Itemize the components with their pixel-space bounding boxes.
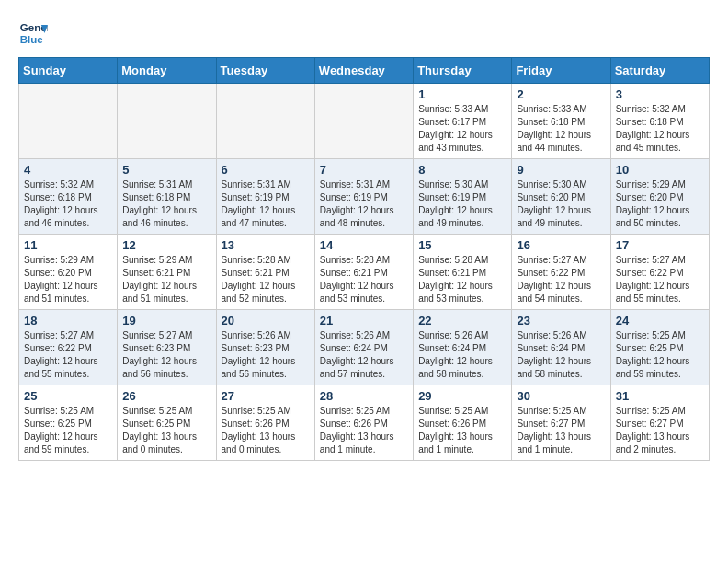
calendar-cell: 18Sunrise: 5:27 AM Sunset: 6:22 PM Dayli… <box>19 310 118 385</box>
day-number: 14 <box>320 238 408 252</box>
day-detail: Sunrise: 5:26 AM Sunset: 6:23 PM Dayligh… <box>222 329 310 381</box>
calendar-cell: 17Sunrise: 5:27 AM Sunset: 6:22 PM Dayli… <box>610 235 709 310</box>
day-detail: Sunrise: 5:26 AM Sunset: 6:24 PM Dayligh… <box>418 329 506 381</box>
calendar-cell: 24Sunrise: 5:25 AM Sunset: 6:25 PM Dayli… <box>610 310 709 385</box>
day-detail: Sunrise: 5:25 AM Sunset: 6:27 PM Dayligh… <box>616 405 704 456</box>
day-detail: Sunrise: 5:27 AM Sunset: 6:22 PM Dayligh… <box>24 329 112 381</box>
week-row-5: 25Sunrise: 5:25 AM Sunset: 6:25 PM Dayli… <box>19 385 710 461</box>
day-number: 24 <box>616 314 704 327</box>
day-detail: Sunrise: 5:27 AM Sunset: 6:22 PM Dayligh… <box>616 254 704 305</box>
calendar-cell: 2Sunrise: 5:33 AM Sunset: 6:18 PM Daylig… <box>512 84 610 159</box>
calendar-cell: 29Sunrise: 5:25 AM Sunset: 6:26 PM Dayli… <box>414 385 512 461</box>
day-number: 22 <box>418 314 506 327</box>
calendar-cell: 16Sunrise: 5:27 AM Sunset: 6:22 PM Dayli… <box>512 235 610 310</box>
calendar-cell: 13Sunrise: 5:28 AM Sunset: 6:21 PM Dayli… <box>216 235 314 310</box>
day-detail: Sunrise: 5:31 AM Sunset: 6:18 PM Dayligh… <box>122 178 210 230</box>
day-detail: Sunrise: 5:28 AM Sunset: 6:21 PM Dayligh… <box>418 254 506 305</box>
header-saturday: Saturday <box>610 58 709 84</box>
day-detail: Sunrise: 5:31 AM Sunset: 6:19 PM Dayligh… <box>320 178 408 230</box>
week-row-2: 4Sunrise: 5:32 AM Sunset: 6:18 PM Daylig… <box>19 159 710 235</box>
day-detail: Sunrise: 5:28 AM Sunset: 6:21 PM Dayligh… <box>222 254 310 305</box>
day-detail: Sunrise: 5:29 AM Sunset: 6:20 PM Dayligh… <box>24 254 112 305</box>
week-row-1: 1Sunrise: 5:33 AM Sunset: 6:17 PM Daylig… <box>19 84 710 159</box>
header-monday: Monday <box>118 58 216 84</box>
day-number: 20 <box>222 314 310 327</box>
day-detail: Sunrise: 5:25 AM Sunset: 6:26 PM Dayligh… <box>320 405 408 456</box>
day-detail: Sunrise: 5:30 AM Sunset: 6:19 PM Dayligh… <box>418 178 506 230</box>
day-number: 27 <box>222 389 310 403</box>
calendar-cell: 25Sunrise: 5:25 AM Sunset: 6:25 PM Dayli… <box>19 385 118 461</box>
day-number: 15 <box>418 238 506 252</box>
day-number: 3 <box>616 87 704 101</box>
day-detail: Sunrise: 5:33 AM Sunset: 6:17 PM Dayligh… <box>418 103 506 155</box>
day-number: 13 <box>222 238 310 252</box>
day-detail: Sunrise: 5:25 AM Sunset: 6:26 PM Dayligh… <box>222 405 310 456</box>
calendar-cell: 20Sunrise: 5:26 AM Sunset: 6:23 PM Dayli… <box>216 310 314 385</box>
calendar-cell: 22Sunrise: 5:26 AM Sunset: 6:24 PM Dayli… <box>414 310 512 385</box>
day-number: 30 <box>517 389 605 403</box>
calendar-table: SundayMondayTuesdayWednesdayThursdayFrid… <box>18 57 710 461</box>
calendar-cell: 9Sunrise: 5:30 AM Sunset: 6:20 PM Daylig… <box>512 159 610 235</box>
calendar-cell <box>19 84 118 159</box>
logo: General Blue <box>18 18 48 48</box>
day-number: 7 <box>320 163 408 177</box>
calendar-cell: 15Sunrise: 5:28 AM Sunset: 6:21 PM Dayli… <box>414 235 512 310</box>
calendar-cell: 5Sunrise: 5:31 AM Sunset: 6:18 PM Daylig… <box>118 159 216 235</box>
calendar-cell: 27Sunrise: 5:25 AM Sunset: 6:26 PM Dayli… <box>216 385 314 461</box>
header-friday: Friday <box>512 58 610 84</box>
day-detail: Sunrise: 5:25 AM Sunset: 6:26 PM Dayligh… <box>418 405 506 456</box>
calendar-cell: 8Sunrise: 5:30 AM Sunset: 6:19 PM Daylig… <box>414 159 512 235</box>
calendar-cell: 26Sunrise: 5:25 AM Sunset: 6:25 PM Dayli… <box>118 385 216 461</box>
calendar-cell: 7Sunrise: 5:31 AM Sunset: 6:19 PM Daylig… <box>314 159 413 235</box>
day-number: 5 <box>122 163 210 177</box>
day-detail: Sunrise: 5:27 AM Sunset: 6:23 PM Dayligh… <box>122 329 210 381</box>
day-detail: Sunrise: 5:29 AM Sunset: 6:21 PM Dayligh… <box>122 254 210 305</box>
calendar-cell: 31Sunrise: 5:25 AM Sunset: 6:27 PM Dayli… <box>610 385 709 461</box>
day-detail: Sunrise: 5:25 AM Sunset: 6:27 PM Dayligh… <box>517 405 605 456</box>
day-detail: Sunrise: 5:28 AM Sunset: 6:21 PM Dayligh… <box>320 254 408 305</box>
day-number: 19 <box>122 314 210 327</box>
day-number: 29 <box>418 389 506 403</box>
calendar-cell: 6Sunrise: 5:31 AM Sunset: 6:19 PM Daylig… <box>216 159 314 235</box>
calendar-cell: 1Sunrise: 5:33 AM Sunset: 6:17 PM Daylig… <box>414 84 512 159</box>
day-number: 23 <box>517 314 605 327</box>
week-row-3: 11Sunrise: 5:29 AM Sunset: 6:20 PM Dayli… <box>19 235 710 310</box>
calendar-cell: 11Sunrise: 5:29 AM Sunset: 6:20 PM Dayli… <box>19 235 118 310</box>
calendar-cell: 14Sunrise: 5:28 AM Sunset: 6:21 PM Dayli… <box>314 235 413 310</box>
header-tuesday: Tuesday <box>216 58 314 84</box>
day-detail: Sunrise: 5:25 AM Sunset: 6:25 PM Dayligh… <box>616 329 704 381</box>
day-number: 25 <box>24 389 112 403</box>
day-detail: Sunrise: 5:30 AM Sunset: 6:20 PM Dayligh… <box>517 178 605 230</box>
day-detail: Sunrise: 5:32 AM Sunset: 6:18 PM Dayligh… <box>24 178 112 230</box>
day-number: 21 <box>320 314 408 327</box>
day-number: 6 <box>222 163 310 177</box>
header-wednesday: Wednesday <box>314 58 413 84</box>
day-number: 26 <box>122 389 210 403</box>
day-detail: Sunrise: 5:26 AM Sunset: 6:24 PM Dayligh… <box>320 329 408 381</box>
day-detail: Sunrise: 5:26 AM Sunset: 6:24 PM Dayligh… <box>517 329 605 381</box>
header-sunday: Sunday <box>19 58 118 84</box>
day-number: 28 <box>320 389 408 403</box>
day-detail: Sunrise: 5:31 AM Sunset: 6:19 PM Dayligh… <box>222 178 310 230</box>
calendar-cell: 10Sunrise: 5:29 AM Sunset: 6:20 PM Dayli… <box>610 159 709 235</box>
day-detail: Sunrise: 5:25 AM Sunset: 6:25 PM Dayligh… <box>24 405 112 456</box>
day-detail: Sunrise: 5:33 AM Sunset: 6:18 PM Dayligh… <box>517 103 605 155</box>
day-detail: Sunrise: 5:29 AM Sunset: 6:20 PM Dayligh… <box>616 178 704 230</box>
calendar-cell <box>216 84 314 159</box>
day-number: 12 <box>122 238 210 252</box>
page-header: General Blue <box>18 18 710 48</box>
logo-icon: General Blue <box>18 18 48 48</box>
day-number: 16 <box>517 238 605 252</box>
calendar-header-row: SundayMondayTuesdayWednesdayThursdayFrid… <box>19 58 710 84</box>
header-thursday: Thursday <box>414 58 512 84</box>
day-number: 31 <box>616 389 704 403</box>
day-detail: Sunrise: 5:25 AM Sunset: 6:25 PM Dayligh… <box>122 405 210 456</box>
day-number: 10 <box>616 163 704 177</box>
calendar-cell <box>314 84 413 159</box>
calendar-cell: 3Sunrise: 5:32 AM Sunset: 6:18 PM Daylig… <box>610 84 709 159</box>
day-number: 2 <box>517 87 605 101</box>
calendar-cell: 19Sunrise: 5:27 AM Sunset: 6:23 PM Dayli… <box>118 310 216 385</box>
calendar-cell: 30Sunrise: 5:25 AM Sunset: 6:27 PM Dayli… <box>512 385 610 461</box>
day-number: 4 <box>24 163 112 177</box>
day-detail: Sunrise: 5:27 AM Sunset: 6:22 PM Dayligh… <box>517 254 605 305</box>
